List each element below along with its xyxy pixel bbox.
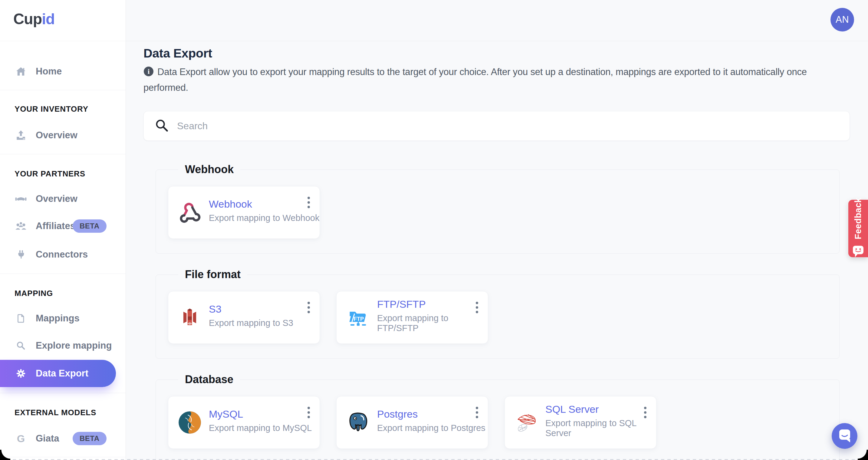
kebab-menu-icon[interactable] <box>306 301 311 314</box>
sidebar-item-inventory-overview[interactable]: Overview <box>0 122 126 149</box>
page-description: iData Export allow you to export your ma… <box>144 65 849 95</box>
divider <box>0 90 126 90</box>
sidebar-section-mapping: MAPPING <box>0 288 126 298</box>
card-description: Export mapping to Webhook <box>209 213 319 223</box>
sidebar: Cupid Home YOUR INVENTORY Overview YOUR … <box>0 0 126 460</box>
divider <box>0 154 126 154</box>
logo-text-accent: id <box>42 10 55 28</box>
kebab-menu-icon[interactable] <box>474 301 479 314</box>
sidebar-item-label: Explore mapping <box>36 340 112 351</box>
card-title-link[interactable]: S3 <box>209 303 293 315</box>
section-webhook: Webhook Webhook Export mapping to Webhoo… <box>156 163 840 254</box>
card-mysql[interactable]: MySQL Export mapping to MySQL <box>168 396 320 449</box>
sidebar-item-affiliates[interactable]: Affiliates BETA <box>0 212 126 240</box>
section-title: File format <box>178 268 247 281</box>
sidebar-item-label: Overview <box>36 130 78 141</box>
sidebar-item-label: Data Export <box>36 368 88 379</box>
gear-icon <box>14 368 27 379</box>
card-description: Export mapping to MySQL <box>209 423 312 433</box>
section-title: Webhook <box>178 163 240 176</box>
app-logo: Cupid <box>0 0 126 41</box>
sidebar-item-explore-mapping[interactable]: Explore mapping <box>0 332 126 359</box>
svg-text:i: i <box>148 67 150 75</box>
card-description: Export mapping to SQL Server <box>546 418 656 438</box>
page-title: Data Export <box>144 46 868 61</box>
sidebar-section-your-partners: YOUR PARTNERS <box>0 169 126 179</box>
sidebar-item-giata[interactable]: G Giata BETA <box>0 425 126 452</box>
ftp-sftp-icon: FTP <box>346 306 370 329</box>
section-database: Database MySQL Export mapping to MySQL <box>156 373 840 460</box>
mysql-icon <box>178 411 202 434</box>
feedback-label: Feedback <box>853 197 863 239</box>
beta-badge: BETA <box>73 219 106 233</box>
info-icon: i <box>144 66 154 81</box>
svg-text:FTP: FTP <box>353 316 364 322</box>
sidebar-item-partners-overview[interactable]: Overview <box>0 185 126 212</box>
home-icon <box>14 65 27 78</box>
file-icon <box>14 313 27 324</box>
card-description: Export mapping to S3 <box>209 318 293 328</box>
sidebar-item-home[interactable]: Home <box>0 58 126 85</box>
search-bar <box>144 111 850 141</box>
divider <box>0 274 126 274</box>
kebab-menu-icon[interactable] <box>474 405 479 420</box>
users-group-icon <box>14 220 27 233</box>
sidebar-item-label: Giata <box>36 433 59 444</box>
section-title: Database <box>178 373 240 386</box>
card-sql-server[interactable]: SQL Server Export mapping to SQL Server <box>504 396 656 449</box>
card-ftp-sftp[interactable]: FTP FTP/SFTP Export mapping to FTP/SFTP <box>336 291 488 344</box>
plug-icon <box>14 249 27 260</box>
window-corner-bottom-right <box>858 450 868 460</box>
chat-launcher-button[interactable] <box>832 423 858 449</box>
webhook-icon <box>178 201 202 224</box>
search-icon <box>155 118 168 133</box>
search-input[interactable] <box>177 120 849 132</box>
top-bar: AN <box>126 0 868 41</box>
card-postgres[interactable]: Postgres Export mapping to Postgres <box>336 396 488 449</box>
sidebar-item-connectors[interactable]: Connectors <box>0 241 126 268</box>
sidebar-item-mappings[interactable]: Mappings <box>0 305 126 332</box>
main-content: Data Export iData Export allow you to ex… <box>126 41 868 460</box>
card-title-link[interactable]: FTP/SFTP <box>377 298 488 310</box>
divider <box>0 393 126 393</box>
window-corner-bottom-left <box>0 450 10 460</box>
postgres-icon <box>346 411 370 434</box>
s3-icon <box>178 306 202 329</box>
sidebar-section-your-inventory: YOUR INVENTORY <box>0 104 126 114</box>
divider <box>0 457 126 457</box>
upload-icon <box>14 129 27 141</box>
card-webhook[interactable]: Webhook Export mapping to Webhook <box>168 186 320 239</box>
beta-badge: BETA <box>73 432 106 445</box>
card-description: Export mapping to Postgres <box>377 423 486 433</box>
feedback-smiley-icon <box>852 245 864 259</box>
card-description: Export mapping to FTP/SFTP <box>377 313 488 333</box>
sidebar-item-label: Home <box>36 66 62 77</box>
kebab-menu-icon[interactable] <box>306 195 311 209</box>
card-title-link[interactable]: Postgres <box>377 408 486 420</box>
search-icon <box>14 340 27 351</box>
logo-text-dark: Cup <box>13 10 42 28</box>
chat-bubble-icon <box>837 428 852 444</box>
card-title-link[interactable]: MySQL <box>209 408 312 420</box>
sidebar-item-label: Connectors <box>36 249 88 260</box>
avatar[interactable]: AN <box>831 8 854 31</box>
feedback-tab[interactable]: Feedback <box>848 200 868 257</box>
sidebar-section-external-models: EXTERNAL MODELS <box>0 408 126 417</box>
card-s3[interactable]: S3 Export mapping to S3 <box>168 291 320 344</box>
sidebar-item-label: Mappings <box>36 313 80 324</box>
handshake-icon <box>14 192 27 205</box>
section-file-format: File format S3 Export mapping to S3 <box>156 268 840 359</box>
card-title-link[interactable]: SQL Server <box>546 403 656 415</box>
page-description-text: Data Export allow you to export your map… <box>144 67 807 93</box>
kebab-menu-icon[interactable] <box>643 405 648 420</box>
sidebar-item-label: Overview <box>36 193 78 204</box>
sidebar-item-data-export[interactable]: Data Export <box>0 360 116 387</box>
sql-server-icon <box>515 411 538 434</box>
giata-g-icon: G <box>14 433 27 444</box>
sidebar-item-label: Affiliates <box>36 221 75 232</box>
card-title-link[interactable]: Webhook <box>209 198 319 210</box>
kebab-menu-icon[interactable] <box>306 405 311 420</box>
